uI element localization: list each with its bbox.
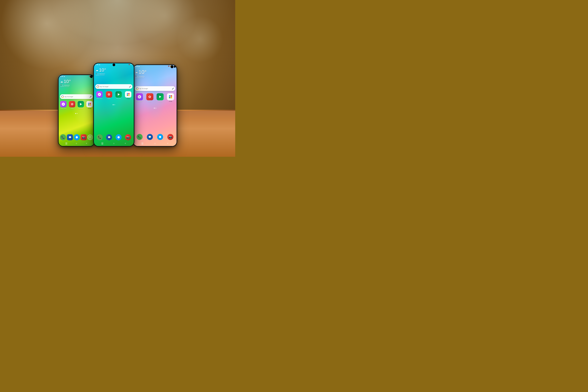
phone-s10e: 12:36 ☁ 🔇 ✈ ▮ ☁ 10° � xyxy=(58,74,95,147)
status-bar-s10e: 12:36 ☁ 🔇 ✈ ▮ xyxy=(58,74,95,78)
nav-recent-s10e[interactable]: ||| xyxy=(65,142,68,145)
weather-temp-s10plus: 10° xyxy=(138,69,146,75)
mic-icon-s10[interactable]: 🎤 xyxy=(129,86,131,88)
screen-s10e: 12:36 ☁ 🔇 ✈ ▮ ☁ 10° � xyxy=(58,74,95,147)
gallery-icon-s10plus: ✿ xyxy=(146,93,153,100)
nav-recent-s10plus[interactable]: ||| xyxy=(141,142,144,145)
play-store-icon-s10 xyxy=(115,91,122,98)
dock-phone-s10e[interactable]: 📞 xyxy=(60,134,66,140)
app-gallery-s10plus[interactable]: ✿ Gallery xyxy=(145,93,154,102)
play-triangle-s10e xyxy=(80,103,82,105)
nav-home-s10[interactable]: ○ xyxy=(112,142,115,145)
status-left-s10e: 12:36 ☁ xyxy=(60,76,65,77)
mic-icon-s10plus[interactable]: 🎤 xyxy=(172,88,174,90)
dock-messages-s10e[interactable]: 💬 xyxy=(67,134,73,140)
page-dots-s10 xyxy=(113,104,115,105)
play-store-label-s10: Play Store xyxy=(116,98,121,99)
galaxy-store-label-s10e: Galaxy Store xyxy=(60,108,66,109)
google-label-s10: Google xyxy=(127,98,130,99)
gallery-label-s10plus: Gallery xyxy=(148,101,151,102)
dock-phone-s10plus[interactable]: 📞 xyxy=(137,134,143,140)
app-play-store-s10plus[interactable]: Play Store xyxy=(156,93,165,102)
play-store-icon-s10e xyxy=(78,101,84,107)
app-grid-s10: Galaxy Store ✿ Gallery Play S xyxy=(95,91,132,99)
dock-bixby-s10plus[interactable] xyxy=(157,134,163,140)
page-dots-s10e xyxy=(75,113,78,114)
weather-cloud-s10plus: ☁ xyxy=(135,70,138,74)
camera-hole-s10plus xyxy=(171,65,176,68)
app-gallery-s10[interactable]: ✿ Gallery xyxy=(105,91,113,99)
google-label-s10e: Google xyxy=(88,108,91,109)
dock-camera-s10plus[interactable]: 📷 xyxy=(167,134,173,140)
app-google-s10plus[interactable]: Google xyxy=(166,93,175,102)
dot-1-s10 xyxy=(113,104,113,105)
search-bar-s10e[interactable]: Say "Ok Google" 🎤 xyxy=(60,94,93,99)
weather-row-s10: ☁ 10° xyxy=(96,68,106,73)
weather-cloud-s10e: ☁ xyxy=(60,80,63,83)
screen-s10: 12:36 ☁ 🔇 ✈ ▮ ☁ 10° � xyxy=(93,63,134,147)
dock-phone-s10[interactable]: 📞 xyxy=(97,134,103,140)
app-gallery-s10e[interactable]: ✿ Gallery xyxy=(68,101,76,109)
app-google-s10e[interactable]: Google xyxy=(86,101,93,109)
nav-back-s10plus[interactable]: ＜ xyxy=(166,142,169,145)
app-play-store-s10e[interactable]: Play Store xyxy=(77,101,84,109)
dock-camera-s10e[interactable]: 📷 xyxy=(81,134,87,140)
mute-icon-s10: 🔇 xyxy=(128,64,130,65)
time-s10: 12:36 xyxy=(95,64,98,65)
dock-messages-s10[interactable]: 💬 xyxy=(106,134,112,140)
cloud-icon-s10plus: ☁ xyxy=(138,66,140,67)
camera-hole-s10 xyxy=(113,64,115,66)
dock-camera-s10[interactable]: 📷 xyxy=(125,134,131,140)
app-grid-s10e: Galaxy Store ✿ Gallery Play S xyxy=(60,101,93,109)
weather-temp-s10: 10° xyxy=(99,68,106,73)
weather-updated-s10plus: Updated 2/18 12:05 xyxy=(135,77,146,78)
dock-apps-s10e[interactable] xyxy=(87,134,93,140)
dock-bixby-s10e[interactable] xyxy=(74,134,80,140)
nav-home-s10plus[interactable]: ○ xyxy=(153,142,157,145)
weather-temp-s10e: 10° xyxy=(64,79,71,84)
camera-hole-s10e xyxy=(90,76,92,78)
mute-icon-s10plus: 🔇 xyxy=(168,66,169,67)
weather-location-s10plus: 📍 St. Katharine's xyxy=(135,76,146,77)
gallery-icon-s10e: ✿ xyxy=(69,101,75,107)
dock-bixby-s10[interactable] xyxy=(116,134,122,140)
app-play-store-s10[interactable]: Play Store xyxy=(114,91,123,99)
nav-back-s10e[interactable]: ＜ xyxy=(85,142,88,145)
time-s10e: 12:36 xyxy=(60,76,63,77)
svg-point-2 xyxy=(159,136,161,138)
google-g-s10e xyxy=(61,96,64,98)
weather-cloud-s10: ☁ xyxy=(96,68,98,72)
cloud-icon-s10e: ☁ xyxy=(63,76,65,77)
dock-messages-s10plus[interactable]: 💬 xyxy=(147,134,153,140)
search-bar-s10[interactable]: Say "Ok Google" 🎤 xyxy=(95,84,132,89)
mic-icon-s10e[interactable]: 🎤 xyxy=(89,96,91,98)
dock-s10e: 📞 💬 📷 xyxy=(60,134,93,140)
phones-container: 12:36 ☁ 🔇 ✈ ▮ ☁ 10° � xyxy=(58,63,177,147)
dot-2-s10e xyxy=(77,113,78,114)
galaxy-store-label-s10: Galaxy Store xyxy=(96,98,102,99)
nav-bar-s10: ||| ○ ＜ xyxy=(93,142,134,145)
app-galaxy-store-s10e[interactable]: Galaxy Store xyxy=(60,101,67,109)
search-text-s10e: Say "Ok Google" xyxy=(64,96,89,97)
app-google-s10[interactable]: Google xyxy=(124,91,132,99)
nav-back-s10[interactable]: ＜ xyxy=(124,142,127,145)
dock-s10plus: 📞 💬 📷 xyxy=(134,134,176,140)
nav-recent-s10[interactable]: ||| xyxy=(101,142,104,145)
battery-icon-s10: ▮ xyxy=(132,64,132,65)
gallery-label-s10: Gallery xyxy=(107,98,110,99)
play-triangle-s10plus xyxy=(159,96,161,98)
signal-icon-s10: ✈ xyxy=(130,64,131,65)
app-galaxy-store-s10plus[interactable]: Galaxy Store xyxy=(135,93,144,102)
play-triangle-s10 xyxy=(118,93,120,96)
play-store-label-s10plus: Play Store xyxy=(158,101,163,102)
nav-home-s10e[interactable]: ○ xyxy=(75,142,78,145)
google-icon-s10plus xyxy=(167,93,174,100)
app-galaxy-store-s10[interactable]: Galaxy Store xyxy=(95,91,103,99)
galaxy-store-icon-s10e xyxy=(60,101,66,107)
svg-point-0 xyxy=(76,136,78,138)
search-text-s10: Say "Ok Google" xyxy=(100,86,128,87)
search-bar-s10plus[interactable]: Say "Ok Google" 🎤 xyxy=(135,86,175,91)
google-g-s10plus xyxy=(136,87,138,90)
play-store-label-s10e: Play Store xyxy=(78,108,83,109)
scene: 12:36 ☁ 🔇 ✈ ▮ ☁ 10° � xyxy=(0,0,235,157)
